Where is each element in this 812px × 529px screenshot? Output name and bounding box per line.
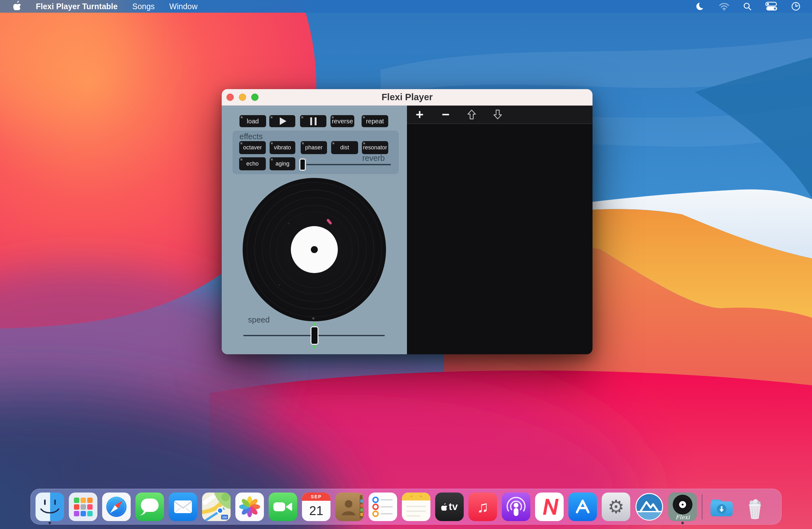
move-up-button[interactable] (466, 109, 477, 120)
calendar-icon: SEP 21 (302, 493, 331, 521)
dock-tv[interactable]: tv (435, 493, 464, 521)
reverb-slider-track[interactable] (306, 164, 391, 165)
dock-calendar[interactable]: SEP 21 (302, 493, 331, 521)
phaser-button[interactable]: phaser (301, 141, 327, 154)
flexi-app-icon: Flexi (668, 493, 697, 521)
octaver-label: octaver (243, 144, 262, 151)
dock-photos[interactable] (235, 493, 264, 521)
reverse-button[interactable]: reverse (331, 115, 354, 127)
wifi-icon[interactable] (719, 2, 729, 11)
running-indicator (681, 522, 684, 524)
add-song-button[interactable]: + (414, 108, 425, 121)
spotlight-search-icon[interactable] (743, 2, 752, 11)
menu-window[interactable]: Window (169, 2, 198, 11)
playlist-pane: + − (407, 106, 593, 354)
do-not-disturb-moon-icon[interactable] (696, 2, 706, 11)
app-menu-title[interactable]: Flexi Player Turntable (36, 2, 118, 11)
apple-menu[interactable] (13, 1, 21, 12)
dock-mail[interactable] (169, 493, 197, 521)
repeat-button-label: repeat (366, 118, 384, 125)
echo-button[interactable]: echo (239, 157, 266, 170)
maps-icon: 280 (202, 493, 231, 521)
maps-shield-label: 280 (222, 516, 227, 519)
traffic-lights (227, 89, 259, 105)
dock-contacts[interactable] (335, 493, 364, 521)
load-button[interactable]: load (240, 115, 266, 127)
move-down-button[interactable] (492, 109, 503, 120)
close-button[interactable] (227, 93, 234, 101)
turntable-pane: load reverse repeat effects octave (222, 106, 407, 354)
notes-icon (402, 493, 431, 521)
apple-logo-icon (13, 1, 21, 10)
photos-icon (235, 493, 264, 521)
dock-news[interactable] (535, 493, 564, 521)
reverb-slider-thumb[interactable] (300, 159, 306, 171)
playlist-empty-area[interactable] (407, 124, 593, 354)
repeat-button[interactable]: repeat (362, 115, 388, 127)
dock-safari[interactable] (102, 493, 131, 521)
play-icon (280, 117, 287, 125)
menu-bar-status (696, 2, 812, 11)
desktop: Flexi Player Turntable Songs Window (0, 0, 812, 529)
launchpad-icon (69, 493, 97, 521)
dock-downloads[interactable] (707, 493, 736, 521)
speed-label: speed (248, 315, 270, 324)
echo-label: echo (246, 161, 259, 167)
aging-button[interactable]: aging (270, 157, 295, 170)
control-center-icon[interactable] (765, 2, 778, 11)
minimize-button[interactable] (239, 93, 246, 101)
dock-appstore[interactable] (568, 493, 597, 521)
effects-title: effects (240, 132, 263, 141)
dock-separator (701, 494, 702, 519)
speed-tick-bottom (312, 346, 317, 349)
dock-max[interactable] (635, 493, 664, 521)
gear-icon: ⚙ (608, 496, 624, 518)
clock-icon[interactable] (791, 2, 801, 11)
zoom-button[interactable] (251, 93, 259, 101)
max-icon (635, 493, 664, 521)
news-icon (535, 493, 564, 521)
music-icon: ♫ (468, 493, 497, 521)
dock-messages[interactable] (135, 493, 164, 521)
flexi-app-label: Flexi (668, 514, 697, 520)
system-preferences-icon: ⚙ (602, 493, 630, 521)
calendar-day: 21 (302, 501, 331, 521)
resonator-label: resonator (363, 144, 387, 151)
dock-music[interactable]: ♫ (468, 493, 497, 521)
remove-song-button[interactable]: − (440, 108, 451, 121)
dock-reminders[interactable] (368, 493, 397, 521)
reminders-icon (368, 493, 397, 521)
dist-button[interactable]: dist (331, 141, 358, 154)
dock-trash[interactable] (741, 493, 769, 521)
messages-icon (135, 493, 164, 521)
pause-button[interactable] (300, 115, 327, 127)
dock-maps[interactable]: 280 (202, 493, 231, 521)
dist-label: dist (340, 144, 349, 151)
reverse-button-label: reverse (332, 118, 353, 125)
menu-bar-left: Flexi Player Turntable Songs Window (0, 1, 198, 12)
reverb-label: reverb (362, 153, 385, 163)
resonator-button[interactable]: resonator (362, 141, 388, 154)
octaver-button[interactable]: octaver (239, 141, 266, 154)
vibrato-label: vibrato (274, 144, 291, 151)
vibrato-button[interactable]: vibrato (270, 141, 295, 154)
facetime-icon (269, 493, 297, 521)
pause-icon (310, 117, 317, 125)
dock-notes[interactable] (402, 493, 431, 521)
window-title: Flexi Player (222, 92, 593, 102)
turntable-record[interactable] (243, 178, 386, 321)
dock-facetime[interactable] (269, 493, 297, 521)
safari-icon (102, 493, 131, 521)
menu-songs[interactable]: Songs (132, 2, 155, 11)
dock-launchpad[interactable] (69, 493, 97, 521)
aging-label: aging (275, 161, 289, 167)
dock-system-preferences[interactable]: ⚙ (602, 493, 630, 521)
play-button[interactable] (269, 115, 295, 127)
dock-flexi-player[interactable]: Flexi (668, 493, 697, 521)
playlist-toolbar: + − (407, 106, 593, 124)
dock-finder[interactable] (35, 493, 64, 521)
tv-apple-logo (441, 503, 448, 511)
speed-slider-thumb[interactable] (310, 326, 318, 345)
window-title-bar[interactable]: Flexi Player (222, 89, 593, 106)
dock-podcasts[interactable] (502, 493, 530, 521)
